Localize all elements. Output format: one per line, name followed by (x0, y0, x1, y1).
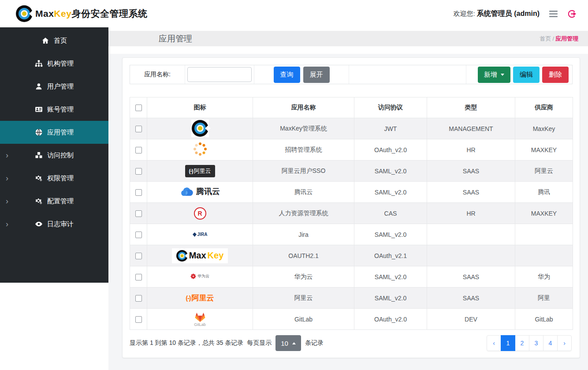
navbar-right: 欢迎您: 系统管理员 (admin) (453, 9, 577, 19)
breadcrumb-home-link[interactable]: 首页 (540, 35, 551, 42)
chevron-right-icon: › (6, 151, 8, 159)
sitemap-icon (35, 60, 43, 67)
breadcrumb-current: 应用管理 (555, 35, 578, 42)
page-button-3[interactable]: 3 (529, 335, 543, 351)
table-row[interactable]: MaxKey OAUTH2.1 OAuth_v2.1 (130, 245, 573, 266)
per-page-suffix: 条记录 (305, 339, 324, 347)
column-header-icon: 图标 (147, 97, 253, 118)
maxkey-logo-icon (16, 5, 33, 22)
table-row[interactable]: R 人力资源管理系统 CAS HR MAXKEY (130, 203, 573, 224)
sidebar-item-perm[interactable]: › 权限管理 (0, 167, 108, 190)
page-size-dropdown[interactable]: 10 (275, 335, 301, 351)
app-name-cell: GitLab (253, 309, 354, 330)
table-row[interactable]: 招聘管理系统 OAuth_v2.0 HR MAXKEY (130, 139, 573, 161)
page-title: 应用管理 (159, 33, 192, 45)
next-page-button[interactable]: › (557, 335, 572, 351)
app-name-cell: 腾讯云 (253, 182, 354, 203)
cubes-icon (35, 151, 43, 159)
maxkey-logo-icon (191, 120, 209, 137)
edit-button[interactable]: 编辑 (513, 67, 540, 83)
menu-toggle-icon[interactable] (548, 10, 558, 18)
app-name-cell: 阿里云用户SSO (253, 161, 354, 182)
protocol-cell: OAuth_v2.0 (354, 309, 427, 330)
sidebar-item-app[interactable]: › 应用管理 (0, 121, 108, 144)
row-checkbox[interactable] (135, 274, 142, 280)
protocol-cell: SAML_v2.0 (354, 288, 427, 309)
type-cell: HR (427, 139, 515, 161)
app-name-label: 应用名称: (130, 65, 185, 84)
row-checkbox[interactable] (135, 316, 142, 323)
logout-icon[interactable] (567, 9, 577, 19)
sidebar-item-user[interactable]: › 用户管理 (0, 75, 108, 98)
select-all-checkbox[interactable] (135, 105, 142, 111)
vendor-cell: MaxKey (515, 118, 573, 139)
row-checkbox[interactable] (135, 253, 142, 259)
brand-suffix: 身份安全管理系统 (71, 8, 147, 19)
app-name-input[interactable] (187, 67, 252, 82)
prev-page-button[interactable]: ‹ (487, 335, 501, 351)
row-checkbox[interactable] (135, 147, 142, 153)
sidebar-item-access[interactable]: › 访问控制 (0, 144, 108, 167)
sidebar-item-config[interactable]: › 配置管理 (0, 190, 108, 213)
protocol-cell: CAS (354, 203, 427, 224)
sidebar-item-label: 应用管理 (47, 128, 74, 137)
page-button-2[interactable]: 2 (515, 335, 529, 351)
page-header: 应用管理 首页/应用管理 (108, 31, 588, 46)
sidebar-item-label: 配置管理 (47, 197, 74, 206)
brand-title: MaxKey身份安全管理系统 (35, 7, 147, 20)
gears-icon (35, 197, 43, 205)
sidebar-item-home[interactable]: › 首页 (0, 29, 108, 52)
pagination-info: 显示第 1 到第 10 条记录，总共 35 条记录 (130, 339, 243, 347)
table-row[interactable]: 腾讯云 腾讯云 SAML_v2.0 SAAS 腾讯 (130, 182, 573, 203)
table-row[interactable]: (-)阿里云 阿里云用户SSO SAML_v2.0 SAAS 阿里云 (130, 161, 573, 182)
expand-button[interactable]: 展开 (303, 67, 330, 83)
vendor-cell (515, 245, 573, 266)
row-checkbox[interactable] (135, 210, 142, 217)
type-cell: DEV (427, 309, 515, 330)
brand-key: Key (54, 8, 71, 19)
vendor-cell: MAXKEY (515, 139, 573, 161)
table-row[interactable]: MaxKey管理系统 JWT MANAGEMENT MaxKey (130, 118, 573, 139)
query-button[interactable]: 查询 (274, 67, 300, 83)
chevron-right-icon: › (6, 220, 8, 228)
globe-icon (35, 128, 43, 136)
brand-logo: MaxKey身份安全管理系统 (16, 5, 147, 22)
breadcrumb-separator: / (552, 35, 554, 42)
gitlab-logo-icon: GitLab (194, 312, 206, 327)
table-body: MaxKey管理系统 JWT MANAGEMENT MaxKey 招聘管理系统 … (130, 118, 573, 330)
type-cell (427, 245, 515, 266)
table-row[interactable]: 华为云 华为云 SAML_v2.0 SAAS 华为 (130, 266, 573, 288)
app-name-cell: 阿里云 (253, 288, 354, 309)
caret-up-icon (292, 342, 296, 344)
table-row[interactable]: JIRA Jira SAML_v2.0 (130, 224, 573, 245)
type-cell (427, 224, 515, 245)
id-card-icon (35, 105, 43, 113)
type-cell: SAAS (427, 182, 515, 203)
column-header-name: 应用名称 (253, 97, 354, 118)
column-header-type: 类型 (427, 97, 515, 118)
table-row[interactable]: (-)阿里云 阿里云 SAML_v2.0 SAAS 阿里 (130, 288, 573, 309)
page-button-1[interactable]: 1 (501, 335, 515, 351)
row-checkbox[interactable] (135, 295, 142, 302)
add-button[interactable]: 新增 (478, 67, 510, 83)
app-name-cell: 人力资源管理系统 (253, 203, 354, 224)
chevron-right-icon: › (6, 197, 8, 205)
vendor-cell: 华为 (515, 266, 573, 288)
row-checkbox[interactable] (135, 232, 142, 238)
delete-button[interactable]: 删除 (542, 67, 569, 83)
per-page-label: 每页显示 (247, 339, 272, 347)
gears-icon (35, 174, 43, 182)
sidebar-menu: › 首页 › 机构管理 › 用户管理 › 账号管理 › 应用管理 › 访问控制 … (0, 27, 108, 283)
query-buttons-cell: 查询 展开 (254, 65, 349, 84)
row-checkbox[interactable] (135, 168, 142, 175)
sidebar-item-org[interactable]: › 机构管理 (0, 52, 108, 75)
protocol-cell: OAuth_v2.1 (354, 245, 427, 266)
row-checkbox[interactable] (135, 126, 142, 132)
sidebar-item-account[interactable]: › 账号管理 (0, 98, 108, 121)
table-row[interactable]: GitLab GitLab OAuth_v2.0 DEV GitLab (130, 309, 573, 330)
content-area: 应用名称: 查询 展开 新增 编辑 删除 (108, 54, 588, 370)
sidebar-item-audit[interactable]: › 日志审计 (0, 213, 108, 235)
row-checkbox[interactable] (135, 189, 142, 196)
protocol-cell: SAML_v2.0 (354, 266, 427, 288)
page-button-4[interactable]: 4 (543, 335, 558, 351)
